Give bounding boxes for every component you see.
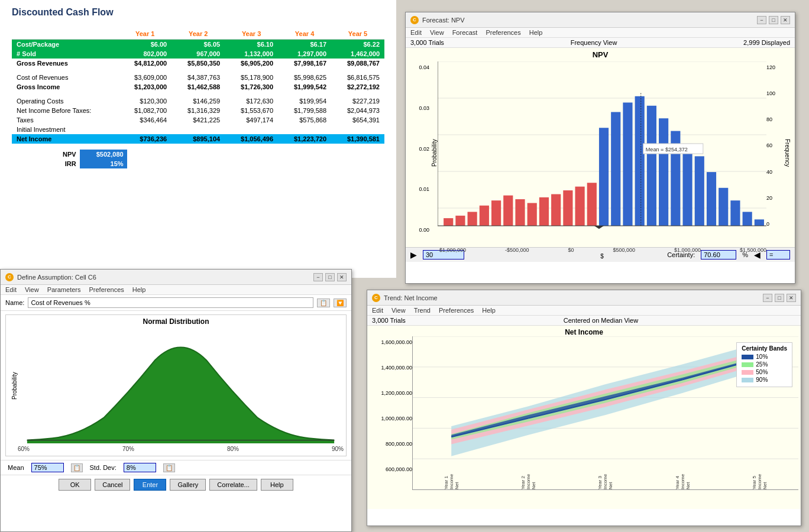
svg-rect-8 bbox=[468, 212, 477, 226]
svg-rect-29 bbox=[719, 188, 728, 226]
trend-chart-inner: 1,600,000.00 1,400,000.00 1,200,000.00 1… bbox=[370, 336, 798, 490]
svg-rect-13 bbox=[528, 203, 537, 225]
enter-button[interactable]: Enter bbox=[134, 479, 166, 491]
stddev-icon[interactable]: 📋 bbox=[163, 463, 175, 472]
dist-svg bbox=[18, 328, 344, 443]
trend-menubar: Edit View Trend Preferences Help bbox=[367, 306, 801, 316]
trend-menu-preferences[interactable]: Preferences bbox=[439, 307, 474, 314]
assumption-minimize-btn[interactable]: − bbox=[313, 273, 323, 281]
cancel-button[interactable]: Cancel bbox=[95, 479, 130, 491]
forecast-minimize-btn[interactable]: − bbox=[757, 16, 766, 24]
legend-item-25: 25% bbox=[742, 361, 787, 368]
assumption-title: Define Assumption: Cell C6 bbox=[17, 274, 96, 281]
forecast-x-labels: -$1,000,000 -$500,000 $0 $500,000 $1,000… bbox=[438, 247, 766, 253]
mean-icon[interactable]: 📋 bbox=[71, 463, 83, 472]
trend-close-btn[interactable]: ✕ bbox=[787, 294, 796, 302]
header-year4: Year 4 bbox=[278, 28, 331, 40]
dist-chart-inner: Probability bbox=[8, 328, 344, 443]
forecast-menu-edit[interactable]: Edit bbox=[410, 29, 422, 36]
ok-button[interactable]: OK bbox=[59, 479, 91, 491]
header-year5: Year 5 bbox=[331, 28, 384, 40]
legend-item-10: 10% bbox=[742, 353, 787, 360]
trend-menu-edit[interactable]: Edit bbox=[372, 307, 383, 314]
trend-minimize-btn[interactable]: − bbox=[763, 294, 772, 302]
assumption-name-label: Name: bbox=[5, 299, 24, 306]
assumption-icon-btn1[interactable]: 📋 bbox=[317, 299, 330, 307]
svg-rect-14 bbox=[539, 197, 549, 226]
assumption-menu-edit[interactable]: Edit bbox=[5, 286, 17, 293]
forecast-maximize-btn[interactable]: □ bbox=[769, 16, 778, 24]
help-button[interactable]: Help bbox=[261, 479, 293, 491]
forecast-info-bar: 3,000 Trials Frequency View 2,999 Displa… bbox=[406, 38, 795, 48]
dcf-table: Year 1 Year 2 Year 3 Year 4 Year 5 Cost/… bbox=[12, 28, 384, 144]
forecast-chart-svg-wrapper: Mean = $254,372 -$1,000,000 -$500,000 $0… bbox=[438, 61, 766, 245]
assumption-menu-help[interactable]: Help bbox=[132, 286, 146, 293]
forecast-displayed: 2,999 Displayed bbox=[743, 39, 790, 46]
correlate-button[interactable]: Correlate... bbox=[209, 479, 257, 491]
svg-rect-26 bbox=[682, 144, 692, 226]
forecast-menu-forecast[interactable]: Forecast bbox=[452, 29, 478, 36]
svg-rect-28 bbox=[707, 172, 716, 226]
mean-input[interactable] bbox=[31, 463, 64, 472]
stddev-input[interactable] bbox=[124, 463, 156, 472]
trend-menu-help[interactable]: Help bbox=[482, 307, 496, 314]
forecast-y-label-left: Probability bbox=[429, 61, 438, 245]
assumption-menu-parameters[interactable]: Parameters bbox=[47, 286, 81, 293]
mean-label: Mean bbox=[8, 464, 24, 471]
svg-rect-20 bbox=[611, 112, 620, 226]
forecast-npv-window: C Forecast: NPV − □ ✕ Edit View Forecast… bbox=[405, 12, 795, 284]
gallery-button[interactable]: Gallery bbox=[170, 479, 206, 491]
table-row: Net Income Before Taxes:$1,082,700$1,316… bbox=[12, 106, 384, 115]
assumption-menu-view[interactable]: View bbox=[25, 286, 39, 293]
forecast-svg: Mean = $254,372 bbox=[438, 61, 766, 245]
assumption-titlebar: C Define Assumption: Cell C6 − □ ✕ bbox=[1, 270, 351, 285]
dist-svg-wrapper: 60% 70% 80% 90% bbox=[18, 328, 344, 443]
table-row: Initial Investment bbox=[12, 125, 384, 134]
svg-rect-19 bbox=[599, 128, 609, 226]
svg-marker-36 bbox=[594, 226, 604, 229]
forecast-menu-preferences[interactable]: Preferences bbox=[486, 29, 520, 36]
forecast-chart-inner: 0.04 0.03 0.02 0.01 0.00 Probability bbox=[408, 61, 792, 245]
legend-title: Certainty Bands bbox=[742, 345, 787, 352]
irr-value: 15% bbox=[80, 159, 127, 168]
svg-rect-15 bbox=[551, 194, 561, 225]
assumption-menu-preferences[interactable]: Preferences bbox=[89, 286, 124, 293]
svg-rect-22 bbox=[635, 96, 645, 226]
forecast-close-btn[interactable]: ✕ bbox=[781, 16, 790, 24]
dist-x-labels: 60% 70% 80% 90% bbox=[18, 446, 344, 452]
trend-window: C Trend: Net Income − □ ✕ Edit View Tren… bbox=[367, 290, 801, 526]
forecast-menu-view[interactable]: View bbox=[430, 29, 444, 36]
legend-color-90 bbox=[742, 378, 753, 382]
trend-x-labels: Net Income Year 1 Net Income Year 2 Net … bbox=[413, 472, 798, 489]
header-year1: Year 1 bbox=[118, 28, 171, 40]
svg-rect-7 bbox=[455, 216, 465, 226]
stddev-label: Std. Dev: bbox=[90, 464, 117, 471]
forecast-menu-help[interactable]: Help bbox=[529, 29, 543, 36]
svg-rect-10 bbox=[491, 200, 501, 226]
forecast-y-label-right: Frequency bbox=[784, 61, 792, 245]
trend-menu-view[interactable]: View bbox=[391, 307, 406, 314]
npv-irr-table: NPV $502,080 IRR 15% bbox=[59, 150, 127, 168]
svg-rect-12 bbox=[515, 199, 525, 226]
assumption-icon-btn2[interactable]: 🔽 bbox=[334, 299, 347, 307]
table-row: # Sold802,000967,0001,132,0001,297,0001,… bbox=[12, 49, 384, 59]
forecast-icon: C bbox=[410, 16, 419, 24]
svg-rect-18 bbox=[587, 183, 597, 226]
trend-menu-trend[interactable]: Trend bbox=[414, 307, 431, 314]
forecast-right-input[interactable] bbox=[766, 250, 790, 259]
trend-maximize-btn[interactable]: □ bbox=[775, 294, 784, 302]
assumption-maximize-btn[interactable]: □ bbox=[325, 273, 335, 281]
trend-info-bar: 3,000 Trials Centered on Median View bbox=[367, 316, 801, 326]
legend-color-50 bbox=[742, 370, 753, 375]
forecast-play-btn[interactable]: ▶ bbox=[410, 250, 417, 259]
spreadsheet-panel: Discounted Cash Flow Year 1 Year 2 Year … bbox=[0, 0, 396, 278]
assumption-name-input[interactable] bbox=[28, 297, 313, 308]
legend-item-90: 90% bbox=[742, 377, 787, 383]
forecast-view: Frequency View bbox=[571, 39, 617, 46]
assumption-close-btn[interactable]: ✕ bbox=[337, 273, 347, 281]
table-row: Operating Costs$120,300$146,259$172,630$… bbox=[12, 96, 384, 106]
irr-label: IRR bbox=[59, 159, 80, 168]
dist-chart-title: Normal Distribution bbox=[8, 317, 344, 326]
table-row: Gross Revenues$4,812,000$5,850,350$6,905… bbox=[12, 59, 384, 68]
trend-chart-title: Net Income bbox=[370, 328, 798, 336]
